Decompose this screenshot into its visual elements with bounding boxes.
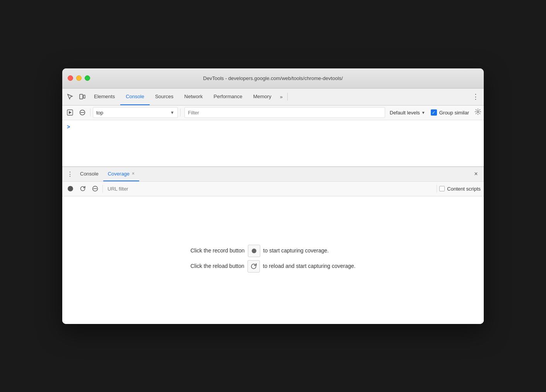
close-button[interactable] [68, 75, 73, 81]
coverage-toolbar: Content scripts [62, 182, 484, 196]
console-filter-input[interactable] [184, 107, 385, 118]
coverage-toolbar-divider [102, 185, 103, 193]
record-dot-inline [252, 249, 256, 253]
tab-elements[interactable]: Elements [89, 88, 120, 105]
default-levels-dropdown[interactable]: Default levels ▼ [390, 110, 425, 116]
console-toolbar: top ▼ Default levels ▼ ✓ Group similar [62, 106, 484, 120]
context-selector[interactable]: top ▼ [93, 107, 178, 118]
devtools-menu-button[interactable]: ⋮ [469, 92, 482, 101]
coverage-content: Click the record button to start capturi… [62, 196, 484, 324]
coverage-clear-button[interactable] [90, 184, 100, 194]
reload-button-inline [247, 260, 260, 273]
devtools-tab-bar: Elements Console Sources Network Perform… [62, 89, 484, 106]
url-filter-input[interactable] [105, 184, 434, 194]
reload-instruction: Click the reload button to reload and st… [190, 260, 355, 273]
more-tabs-button[interactable]: » [277, 94, 286, 100]
console-settings-button[interactable] [474, 108, 481, 117]
device-toolbar-icon[interactable] [76, 90, 89, 103]
record-button-inline [248, 245, 260, 257]
content-scripts-checkbox[interactable] [439, 186, 445, 191]
svg-rect-1 [84, 95, 85, 98]
coverage-tab-close[interactable]: × [132, 171, 135, 176]
coverage-toolbar-divider-2 [437, 185, 437, 193]
drawer-tab-coverage[interactable]: Coverage × [103, 167, 139, 181]
group-similar-container: ✓ Group similar [431, 109, 469, 116]
tab-sources[interactable]: Sources [150, 88, 179, 105]
minimize-button[interactable] [76, 75, 82, 81]
context-dropdown-arrow: ▼ [170, 110, 174, 115]
drawer-tab-console[interactable]: Console [75, 167, 103, 181]
tab-console[interactable]: Console [120, 88, 150, 105]
drawer: ⋮ Console Coverage × × [62, 167, 484, 324]
toolbar-divider-2 [180, 109, 181, 116]
record-dot [68, 186, 73, 191]
coverage-reload-button[interactable] [78, 184, 88, 194]
svg-point-5 [477, 111, 479, 113]
coverage-record-button[interactable] [65, 184, 75, 194]
drawer-close-button[interactable]: × [471, 169, 481, 179]
tab-divider [287, 93, 288, 101]
title-bar: DevTools - developers.google.com/web/too… [62, 68, 484, 89]
content-scripts-label[interactable]: Content scripts [439, 186, 481, 192]
devtools-window: DevTools - developers.google.com/web/too… [62, 68, 484, 324]
maximize-button[interactable] [85, 75, 90, 81]
tab-performance[interactable]: Performance [208, 88, 247, 105]
tab-network[interactable]: Network [179, 88, 208, 105]
group-similar-checkbox[interactable]: ✓ [431, 109, 437, 116]
tab-memory[interactable]: Memory [248, 88, 277, 105]
clear-console-button[interactable] [77, 107, 88, 118]
window-title: DevTools - developers.google.com/web/too… [203, 75, 343, 81]
group-similar-label: Group similar [439, 110, 469, 116]
drawer-menu-button[interactable]: ⋮ [65, 169, 75, 179]
default-levels-arrow: ▼ [421, 111, 425, 115]
console-content: > [62, 120, 484, 167]
coverage-instructions: Click the record button to start capturi… [190, 245, 355, 276]
console-prompt[interactable]: > [67, 124, 70, 130]
show-console-button[interactable] [65, 107, 75, 118]
inspect-element-icon[interactable] [64, 90, 76, 103]
svg-rect-0 [80, 94, 83, 99]
toolbar-divider-1 [90, 109, 90, 116]
record-instruction: Click the record button to start capturi… [190, 245, 355, 257]
drawer-tab-bar: ⋮ Console Coverage × × [62, 167, 484, 182]
traffic-lights [68, 75, 90, 81]
